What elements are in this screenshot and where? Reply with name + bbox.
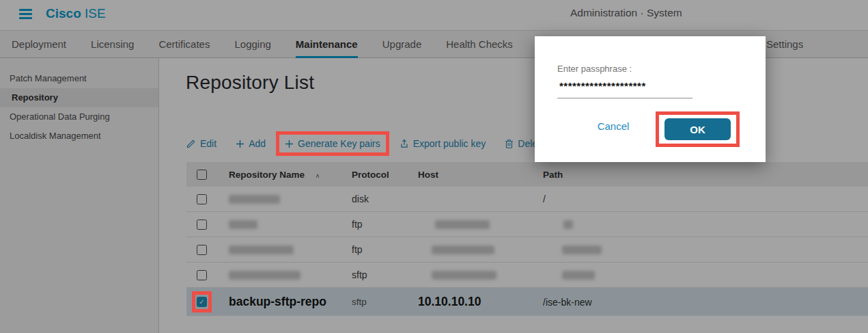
passphrase-label: Enter passphrase : <box>557 64 632 74</box>
cisco-ise-window: Cisco ISE Administration · System Deploy… <box>0 0 868 333</box>
ok-button[interactable]: OK <box>664 118 731 140</box>
cancel-button[interactable]: Cancel <box>589 120 637 132</box>
passphrase-input[interactable] <box>557 76 692 98</box>
passphrase-dialog: Enter passphrase : Cancel OK <box>535 36 766 162</box>
